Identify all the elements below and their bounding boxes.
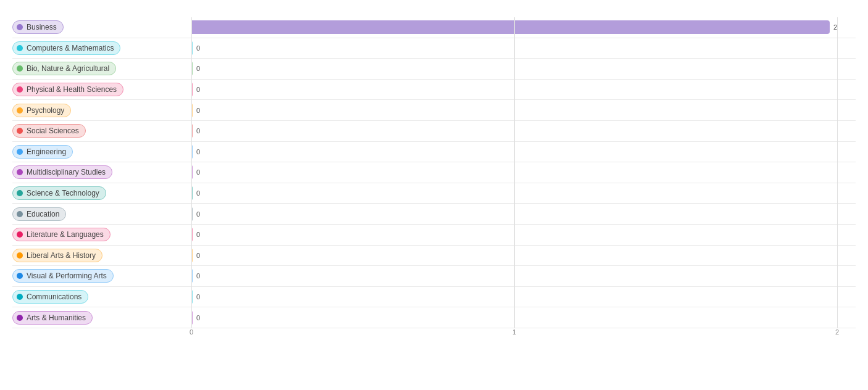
label-pill: Visual & Performing Arts	[12, 269, 114, 283]
label-area: Bio, Nature & Agricultural	[12, 62, 191, 75]
bars-area: Business2Computers & Mathematics0Bio, Na…	[12, 17, 856, 328]
table-row: Education0	[12, 204, 856, 225]
label-area: Visual & Performing Arts	[12, 269, 191, 283]
row-label: Communications	[27, 292, 81, 301]
pill-dot	[17, 45, 23, 51]
label-pill: Business	[12, 20, 64, 34]
row-label: Business	[27, 23, 57, 31]
bar-value: 0	[196, 293, 200, 301]
label-pill: Computers & Mathematics	[12, 41, 120, 55]
table-row: Psychology0	[12, 100, 856, 121]
bar-value: 0	[196, 65, 200, 72]
label-area: Psychology	[12, 104, 191, 117]
bar	[191, 62, 193, 75]
label-area: Social Sciences	[12, 124, 191, 138]
pill-dot	[17, 149, 23, 155]
table-row: Bio, Nature & Agricultural0	[12, 59, 856, 80]
label-pill: Arts & Humanities	[12, 311, 93, 325]
bar-value: 2	[833, 23, 837, 31]
row-label: Visual & Performing Arts	[27, 272, 107, 280]
label-pill: Social Sciences	[12, 124, 86, 138]
table-row: Literature & Languages0	[12, 225, 856, 246]
pill-dot	[17, 190, 23, 196]
bar-area: 0	[191, 41, 856, 55]
pill-dot	[17, 273, 23, 279]
row-label: Liberal Arts & History	[27, 251, 96, 260]
row-label: Computers & Mathematics	[27, 44, 114, 52]
pill-dot	[17, 211, 23, 217]
bar-area: 0	[191, 311, 856, 325]
table-row: Physical & Health Sciences0	[12, 80, 856, 101]
table-row: Arts & Humanities0	[12, 307, 856, 328]
x-tick: 0	[190, 328, 193, 336]
table-row: Business2	[12, 17, 856, 38]
table-row: Engineering0	[12, 142, 856, 163]
table-row: Science & Technology0	[12, 183, 856, 204]
row-label: Literature & Languages	[27, 230, 104, 239]
bar	[191, 165, 193, 179]
table-row: Social Sciences0	[12, 121, 856, 142]
label-area: Literature & Languages	[12, 228, 191, 241]
bar-value: 0	[196, 231, 200, 238]
bar-value: 0	[196, 189, 200, 197]
label-area: Computers & Mathematics	[12, 41, 191, 55]
bar-area: 0	[191, 249, 856, 262]
pill-dot	[17, 169, 23, 175]
bar	[191, 83, 193, 96]
label-pill: Education	[12, 207, 66, 221]
bar-area: 0	[191, 207, 856, 221]
bar-value: 0	[196, 272, 200, 280]
table-row: Liberal Arts & History0	[12, 246, 856, 267]
bar-area: 0	[191, 165, 856, 179]
bar-area: 0	[191, 186, 856, 200]
bar	[191, 124, 193, 138]
label-pill: Science & Technology	[12, 186, 106, 200]
label-area: Multidisciplinary Studies	[12, 165, 191, 179]
bar	[191, 186, 193, 200]
label-pill: Psychology	[12, 104, 71, 117]
label-pill: Engineering	[12, 145, 73, 159]
row-label: Arts & Humanities	[27, 313, 86, 322]
label-pill: Communications	[12, 290, 88, 304]
bar	[191, 228, 193, 241]
bar-area: 0	[191, 62, 856, 75]
bar	[191, 41, 193, 55]
bar-value: 0	[196, 107, 200, 114]
label-area: Engineering	[12, 145, 191, 159]
label-area: Liberal Arts & History	[12, 249, 191, 262]
row-label: Social Sciences	[27, 127, 79, 135]
pill-dot	[17, 231, 23, 238]
label-area: Arts & Humanities	[12, 311, 191, 325]
table-row: Multidisciplinary Studies0	[12, 162, 856, 183]
bar-area: 0	[191, 290, 856, 304]
row-label: Physical & Health Sciences	[27, 85, 117, 94]
pill-dot	[17, 24, 23, 30]
label-pill: Multidisciplinary Studies	[12, 165, 112, 179]
bar	[191, 249, 193, 262]
bar-area: 2	[191, 20, 856, 34]
row-label: Education	[27, 210, 59, 218]
x-tick: 2	[835, 328, 839, 336]
bar-value: 0	[196, 168, 200, 176]
label-area: Business	[12, 20, 191, 34]
pill-dot	[17, 107, 23, 114]
bar-area: 0	[191, 269, 856, 283]
bar-area: 0	[191, 124, 856, 138]
bar-value: 0	[196, 127, 200, 135]
bar-area: 0	[191, 228, 856, 241]
bar-value: 0	[196, 148, 200, 156]
bar	[191, 145, 193, 159]
pill-dot	[17, 294, 23, 300]
label-pill: Bio, Nature & Agricultural	[12, 62, 116, 75]
bar	[191, 104, 193, 117]
bar-value: 0	[196, 314, 200, 322]
bar-value: 0	[196, 86, 200, 93]
label-area: Physical & Health Sciences	[12, 83, 191, 96]
label-area: Education	[12, 207, 191, 221]
x-tick: 1	[512, 328, 516, 336]
pill-dot	[17, 65, 23, 72]
table-row: Communications0	[12, 287, 856, 308]
bar-value: 0	[196, 44, 200, 52]
bar-value: 0	[196, 252, 200, 259]
bar-area: 0	[191, 145, 856, 159]
